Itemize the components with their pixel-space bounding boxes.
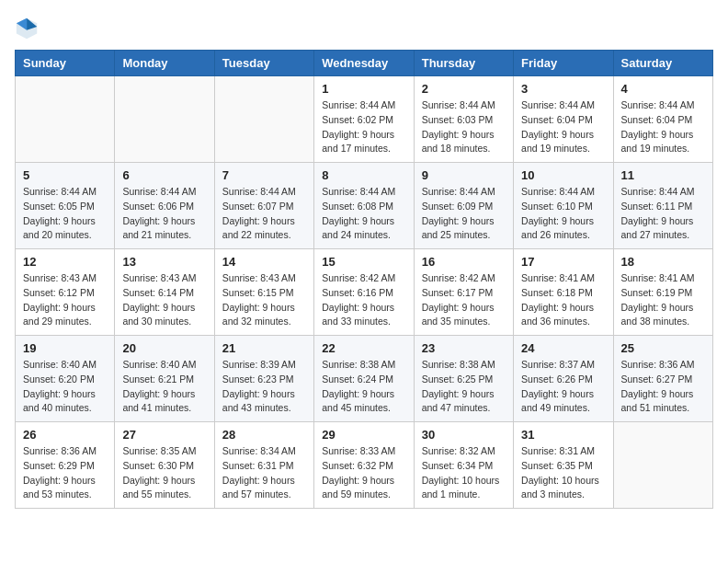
page-header — [15, 15, 713, 40]
day-number: 9 — [422, 168, 506, 182]
table-row — [214, 76, 313, 163]
day-info: Sunrise: 8:41 AMSunset: 6:19 PMDaylight:… — [621, 271, 705, 329]
table-row: 16Sunrise: 8:42 AMSunset: 6:17 PMDayligh… — [414, 249, 513, 336]
table-row: 26Sunrise: 8:36 AMSunset: 6:29 PMDayligh… — [16, 422, 115, 509]
day-number: 15 — [322, 255, 405, 269]
table-row: 6Sunrise: 8:44 AMSunset: 6:06 PMDaylight… — [115, 163, 214, 249]
table-row: 27Sunrise: 8:35 AMSunset: 6:30 PMDayligh… — [115, 422, 214, 509]
day-info: Sunrise: 8:38 AMSunset: 6:25 PMDaylight:… — [422, 358, 506, 416]
day-info: Sunrise: 8:36 AMSunset: 6:27 PMDaylight:… — [621, 358, 705, 416]
day-info: Sunrise: 8:40 AMSunset: 6:20 PMDaylight:… — [23, 358, 107, 416]
col-header-friday: Friday — [514, 51, 613, 76]
table-row — [115, 76, 214, 163]
day-number: 17 — [521, 255, 605, 269]
day-info: Sunrise: 8:38 AMSunset: 6:24 PMDaylight:… — [322, 358, 405, 416]
day-info: Sunrise: 8:44 AMSunset: 6:06 PMDaylight:… — [122, 185, 206, 243]
day-info: Sunrise: 8:42 AMSunset: 6:17 PMDaylight:… — [422, 271, 506, 329]
day-info: Sunrise: 8:34 AMSunset: 6:31 PMDaylight:… — [222, 444, 306, 502]
day-number: 5 — [23, 168, 107, 182]
day-info: Sunrise: 8:40 AMSunset: 6:21 PMDaylight:… — [122, 358, 206, 416]
day-info: Sunrise: 8:31 AMSunset: 6:35 PMDaylight:… — [521, 444, 605, 502]
day-number: 3 — [521, 82, 605, 96]
table-row: 19Sunrise: 8:40 AMSunset: 6:20 PMDayligh… — [16, 336, 115, 422]
day-info: Sunrise: 8:43 AMSunset: 6:15 PMDaylight:… — [222, 271, 306, 329]
calendar-week-4: 19Sunrise: 8:40 AMSunset: 6:20 PMDayligh… — [16, 336, 713, 422]
day-info: Sunrise: 8:44 AMSunset: 6:08 PMDaylight:… — [322, 185, 405, 243]
table-row: 11Sunrise: 8:44 AMSunset: 6:11 PMDayligh… — [613, 163, 712, 249]
day-number: 18 — [621, 255, 705, 269]
table-row: 31Sunrise: 8:31 AMSunset: 6:35 PMDayligh… — [514, 422, 613, 509]
col-header-thursday: Thursday — [414, 51, 513, 76]
day-number: 28 — [222, 428, 306, 442]
table-row: 7Sunrise: 8:44 AMSunset: 6:07 PMDaylight… — [214, 163, 313, 249]
table-row — [16, 76, 115, 163]
day-number: 16 — [422, 255, 506, 269]
day-info: Sunrise: 8:44 AMSunset: 6:04 PMDaylight:… — [621, 98, 705, 156]
day-number: 26 — [23, 428, 107, 442]
day-info: Sunrise: 8:36 AMSunset: 6:29 PMDaylight:… — [23, 444, 107, 502]
table-row — [613, 422, 712, 509]
table-row: 22Sunrise: 8:38 AMSunset: 6:24 PMDayligh… — [314, 336, 414, 422]
day-number: 29 — [322, 428, 405, 442]
day-number: 27 — [122, 428, 206, 442]
day-number: 7 — [222, 168, 306, 182]
calendar-header-row: SundayMondayTuesdayWednesdayThursdayFrid… — [16, 51, 713, 76]
logo — [15, 15, 44, 40]
day-number: 8 — [322, 168, 405, 182]
day-info: Sunrise: 8:44 AMSunset: 6:10 PMDaylight:… — [521, 185, 605, 243]
table-row: 1Sunrise: 8:44 AMSunset: 6:02 PMDaylight… — [314, 76, 414, 163]
table-row: 9Sunrise: 8:44 AMSunset: 6:09 PMDaylight… — [414, 163, 513, 249]
table-row: 18Sunrise: 8:41 AMSunset: 6:19 PMDayligh… — [613, 249, 712, 336]
calendar-week-3: 12Sunrise: 8:43 AMSunset: 6:12 PMDayligh… — [16, 249, 713, 336]
day-info: Sunrise: 8:44 AMSunset: 6:04 PMDaylight:… — [521, 98, 605, 156]
day-number: 25 — [621, 341, 705, 355]
table-row: 5Sunrise: 8:44 AMSunset: 6:05 PMDaylight… — [16, 163, 115, 249]
day-number: 1 — [322, 82, 405, 96]
day-number: 23 — [422, 341, 506, 355]
table-row: 21Sunrise: 8:39 AMSunset: 6:23 PMDayligh… — [214, 336, 313, 422]
table-row: 14Sunrise: 8:43 AMSunset: 6:15 PMDayligh… — [214, 249, 313, 336]
day-number: 2 — [422, 82, 506, 96]
table-row: 15Sunrise: 8:42 AMSunset: 6:16 PMDayligh… — [314, 249, 414, 336]
day-number: 22 — [322, 341, 405, 355]
col-header-sunday: Sunday — [16, 51, 115, 76]
day-number: 31 — [521, 428, 605, 442]
col-header-saturday: Saturday — [613, 51, 712, 76]
table-row: 23Sunrise: 8:38 AMSunset: 6:25 PMDayligh… — [414, 336, 513, 422]
day-info: Sunrise: 8:43 AMSunset: 6:12 PMDaylight:… — [23, 271, 107, 329]
day-info: Sunrise: 8:39 AMSunset: 6:23 PMDaylight:… — [222, 358, 306, 416]
day-number: 12 — [23, 255, 107, 269]
calendar-week-2: 5Sunrise: 8:44 AMSunset: 6:05 PMDaylight… — [16, 163, 713, 249]
table-row: 4Sunrise: 8:44 AMSunset: 6:04 PMDaylight… — [613, 76, 712, 163]
calendar-table: SundayMondayTuesdayWednesdayThursdayFrid… — [15, 50, 713, 509]
table-row: 17Sunrise: 8:41 AMSunset: 6:18 PMDayligh… — [514, 249, 613, 336]
day-info: Sunrise: 8:44 AMSunset: 6:07 PMDaylight:… — [222, 185, 306, 243]
table-row: 25Sunrise: 8:36 AMSunset: 6:27 PMDayligh… — [613, 336, 712, 422]
day-number: 19 — [23, 341, 107, 355]
table-row: 28Sunrise: 8:34 AMSunset: 6:31 PMDayligh… — [214, 422, 313, 509]
day-number: 14 — [222, 255, 306, 269]
day-number: 20 — [122, 341, 206, 355]
calendar-week-1: 1Sunrise: 8:44 AMSunset: 6:02 PMDaylight… — [16, 76, 713, 163]
table-row: 30Sunrise: 8:32 AMSunset: 6:34 PMDayligh… — [414, 422, 513, 509]
table-row: 8Sunrise: 8:44 AMSunset: 6:08 PMDaylight… — [314, 163, 414, 249]
day-info: Sunrise: 8:44 AMSunset: 6:05 PMDaylight:… — [23, 185, 107, 243]
day-number: 11 — [621, 168, 705, 182]
day-info: Sunrise: 8:44 AMSunset: 6:11 PMDaylight:… — [621, 185, 705, 243]
calendar-week-5: 26Sunrise: 8:36 AMSunset: 6:29 PMDayligh… — [16, 422, 713, 509]
day-number: 10 — [521, 168, 605, 182]
table-row: 29Sunrise: 8:33 AMSunset: 6:32 PMDayligh… — [314, 422, 414, 509]
table-row: 20Sunrise: 8:40 AMSunset: 6:21 PMDayligh… — [115, 336, 214, 422]
day-info: Sunrise: 8:42 AMSunset: 6:16 PMDaylight:… — [322, 271, 405, 329]
col-header-monday: Monday — [115, 51, 214, 76]
table-row: 13Sunrise: 8:43 AMSunset: 6:14 PMDayligh… — [115, 249, 214, 336]
table-row: 2Sunrise: 8:44 AMSunset: 6:03 PMDaylight… — [414, 76, 513, 163]
day-info: Sunrise: 8:33 AMSunset: 6:32 PMDaylight:… — [322, 444, 405, 502]
table-row: 12Sunrise: 8:43 AMSunset: 6:12 PMDayligh… — [16, 249, 115, 336]
day-info: Sunrise: 8:44 AMSunset: 6:09 PMDaylight:… — [422, 185, 506, 243]
day-info: Sunrise: 8:44 AMSunset: 6:03 PMDaylight:… — [422, 98, 506, 156]
day-number: 24 — [521, 341, 605, 355]
day-info: Sunrise: 8:35 AMSunset: 6:30 PMDaylight:… — [122, 444, 206, 502]
table-row: 3Sunrise: 8:44 AMSunset: 6:04 PMDaylight… — [514, 76, 613, 163]
day-number: 6 — [122, 168, 206, 182]
